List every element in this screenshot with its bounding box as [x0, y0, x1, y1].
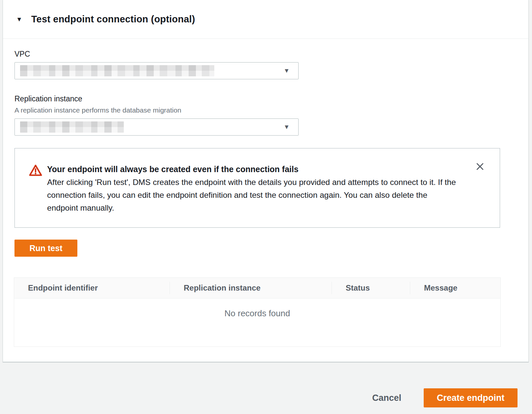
vpc-redacted-value — [20, 65, 214, 76]
run-test-button[interactable]: Run test — [14, 240, 77, 257]
warning-alert: Your endpoint will always be created eve… — [14, 148, 500, 228]
footer-actions: Cancel Create endpoint — [369, 388, 518, 407]
vpc-select[interactable]: ▼ — [14, 62, 299, 79]
warning-triangle-icon — [29, 164, 42, 178]
column-header-replication-instance: Replication instance — [170, 282, 332, 294]
table-header-row: Endpoint identifier Replication instance… — [14, 278, 500, 298]
close-icon[interactable] — [475, 162, 485, 172]
replication-instance-redacted-value — [20, 121, 124, 133]
panel-header[interactable]: ▼ Test endpoint connection (optional) — [3, 0, 528, 39]
replication-instance-description: A replication instance performs the data… — [14, 106, 528, 114]
test-results-table: Endpoint identifier Replication instance… — [14, 277, 501, 347]
warning-body: After clicking 'Run test', DMS creates t… — [47, 176, 460, 214]
warning-title: Your endpoint will always be created eve… — [47, 163, 460, 176]
column-header-endpoint-identifier: Endpoint identifier — [14, 282, 170, 294]
table-empty-message: No records found — [14, 298, 500, 347]
panel-body: VPC ▼ Replication instance A replication… — [3, 50, 528, 347]
replication-instance-select[interactable]: ▼ — [14, 118, 299, 136]
cancel-button[interactable]: Cancel — [369, 393, 405, 403]
collapse-triangle-icon[interactable]: ▼ — [16, 16, 22, 22]
column-header-message: Message — [410, 282, 500, 294]
chevron-down-icon: ▼ — [283, 67, 290, 74]
chevron-down-icon: ▼ — [283, 124, 290, 130]
page: ▼ Test endpoint connection (optional) VP… — [0, 0, 532, 414]
replication-instance-label: Replication instance — [14, 94, 528, 103]
column-header-status: Status — [332, 282, 410, 294]
panel-title: Test endpoint connection (optional) — [31, 14, 195, 25]
create-endpoint-button[interactable]: Create endpoint — [424, 388, 518, 407]
test-endpoint-connection-panel: ▼ Test endpoint connection (optional) VP… — [3, 0, 529, 362]
vpc-label: VPC — [14, 50, 528, 59]
